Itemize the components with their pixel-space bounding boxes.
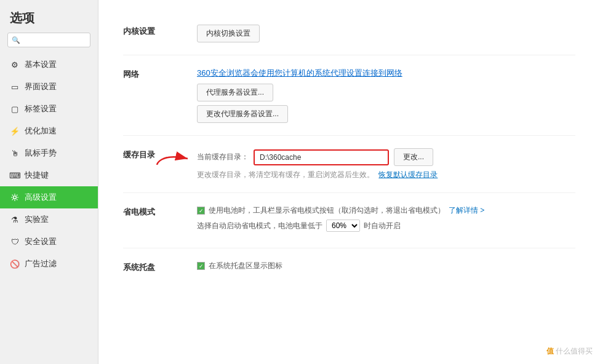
network-section: 网络 360安全浏览器会使用您计算机的系统代理设置连接到网络 代理服务器设置..… bbox=[123, 55, 575, 136]
sidebar-label-security: 安全设置 bbox=[25, 236, 57, 247]
system-tray-section: 系统托盘 ✓ 在系统托盘区显示图标 bbox=[123, 248, 575, 285]
sidebar-item-shortcuts[interactable]: ⌨ 快捷键 bbox=[0, 164, 98, 186]
tray-checkbox[interactable]: ✓ bbox=[197, 262, 205, 270]
gear-icon: ⚙ bbox=[10, 60, 20, 69]
power-checkbox[interactable]: ✓ bbox=[197, 207, 205, 215]
restore-cache-link[interactable]: 恢复默认缓存目录 bbox=[378, 170, 438, 179]
auto-suffix: 时自动开启 bbox=[364, 221, 401, 231]
keyboard-icon: ⌨ bbox=[10, 170, 20, 180]
sidebar-item-mouse[interactable]: 🖱 鼠标手势 bbox=[0, 142, 98, 164]
sidebar-item-interface[interactable]: ▭ 界面设置 bbox=[0, 76, 98, 98]
sidebar-label-mouse: 鼠标手势 bbox=[25, 148, 57, 159]
sidebar-item-tabs[interactable]: ▢ 标签设置 bbox=[0, 98, 98, 120]
sidebar-label-adfilter: 广告过滤 bbox=[25, 258, 57, 269]
tabs-icon: ▢ bbox=[10, 104, 20, 114]
power-auto-row: 选择自动启动省电模式，电池电量低于 60% 时自动开启 bbox=[197, 220, 575, 232]
cache-section: 缓存目录 当前缓存目录： 更改... 更改缓存目录，将清 bbox=[123, 136, 575, 193]
power-save-label: 省电模式 bbox=[123, 205, 185, 235]
sidebar-label-optimize: 优化加速 bbox=[25, 125, 57, 136]
proxy-settings-button[interactable]: 代理服务器设置... bbox=[197, 84, 273, 101]
system-tray-row: ✓ 在系统托盘区显示图标 bbox=[197, 261, 575, 271]
sidebar: 选项 🔍 ⚙ 基本设置 ▭ 界面设置 ▢ 标签设置 ⚡ 优化加速 🖱 鼠标手势 … bbox=[0, 0, 98, 364]
search-box[interactable]: 🔍 bbox=[7, 33, 90, 47]
block-icon: 🚫 bbox=[10, 259, 20, 269]
cache-content: 当前缓存目录： 更改... 更改缓存目录，将清空现有缓存，重启浏览器后生效。 恢… bbox=[197, 148, 575, 180]
main-content: 内核设置 内核切换设置 网络 360安全浏览器会使用您计算机的系统代理设置连接到… bbox=[98, 0, 600, 364]
auto-label: 选择自动启动省电模式，电池电量低于 bbox=[197, 221, 322, 231]
kernel-section: 内核设置 内核切换设置 bbox=[123, 12, 575, 55]
sidebar-label-basic: 基本设置 bbox=[25, 59, 57, 70]
shield-icon: 🛡 bbox=[10, 237, 20, 247]
sidebar-item-basic[interactable]: ⚙ 基本设置 bbox=[0, 53, 98, 76]
settings-advanced-icon bbox=[10, 192, 20, 202]
lightning-icon: ⚡ bbox=[10, 126, 20, 136]
system-tray-label: 系统托盘 bbox=[123, 261, 185, 273]
battery-threshold-select[interactable]: 60% bbox=[326, 220, 360, 232]
kernel-label: 内核设置 bbox=[123, 25, 185, 42]
network-label: 网络 bbox=[123, 68, 185, 123]
page-title: 选项 bbox=[0, 0, 98, 33]
sidebar-label-shortcuts: 快捷键 bbox=[25, 170, 49, 181]
cache-row: 当前缓存目录： 更改... bbox=[197, 148, 575, 166]
kernel-content: 内核切换设置 bbox=[197, 25, 575, 42]
sidebar-item-advanced[interactable]: 高级设置 bbox=[0, 186, 98, 208]
svg-point-0 bbox=[14, 196, 17, 199]
system-tray-content: ✓ 在系统托盘区显示图标 bbox=[197, 261, 575, 273]
cache-path-input[interactable] bbox=[254, 149, 389, 165]
lab-icon: ⚗ bbox=[10, 215, 20, 224]
sidebar-nav: ⚙ 基本设置 ▭ 界面设置 ▢ 标签设置 ⚡ 优化加速 🖱 鼠标手势 ⌨ 快捷键 bbox=[0, 53, 98, 364]
red-arrow-indicator bbox=[154, 149, 194, 170]
cache-hint: 更改缓存目录，将清空现有缓存，重启浏览器后生效。 恢复默认缓存目录 bbox=[197, 170, 575, 180]
search-icon: 🔍 bbox=[12, 36, 20, 44]
mouse-icon: 🖱 bbox=[10, 148, 20, 158]
window-icon: ▭ bbox=[10, 82, 20, 92]
power-save-content: ✓ 使用电池时，工具栏显示省电模式按钮（取消勾选时，将退出省电模式） 了解详情 … bbox=[197, 205, 575, 235]
tray-checkbox-label: 在系统托盘区显示图标 bbox=[209, 261, 282, 271]
power-checkbox-label: 使用电池时，工具栏显示省电模式按钮（取消勾选时，将退出省电模式） bbox=[209, 205, 445, 216]
sidebar-item-security[interactable]: 🛡 安全设置 bbox=[0, 231, 98, 253]
sidebar-item-adfilter[interactable]: 🚫 广告过滤 bbox=[0, 253, 98, 275]
power-save-section: 省电模式 ✓ 使用电池时，工具栏显示省电模式按钮（取消勾选时，将退出省电模式） … bbox=[123, 193, 575, 248]
sidebar-label-advanced: 高级设置 bbox=[25, 192, 57, 203]
current-cache-label: 当前缓存目录： bbox=[197, 152, 249, 162]
power-checkbox-row: ✓ 使用电池时，工具栏显示省电模式按钮（取消勾选时，将退出省电模式） 了解详情 … bbox=[197, 205, 575, 216]
sidebar-item-optimize[interactable]: ⚡ 优化加速 bbox=[0, 120, 98, 142]
kernel-switch-button[interactable]: 内核切换设置 bbox=[197, 25, 260, 42]
sidebar-label-interface: 界面设置 bbox=[25, 81, 57, 92]
change-proxy-button[interactable]: 更改代理服务器设置... bbox=[197, 105, 288, 123]
sidebar-item-lab[interactable]: ⚗ 实验室 bbox=[0, 208, 98, 231]
cache-change-button[interactable]: 更改... bbox=[394, 148, 433, 166]
sidebar-label-lab: 实验室 bbox=[25, 214, 49, 225]
sidebar-label-tabs: 标签设置 bbox=[25, 103, 57, 114]
learn-more-link[interactable]: 了解详情 > bbox=[449, 205, 484, 216]
network-description: 360安全浏览器会使用您计算机的系统代理设置连接到网络 bbox=[197, 68, 575, 79]
network-content: 360安全浏览器会使用您计算机的系统代理设置连接到网络 代理服务器设置... 更… bbox=[197, 68, 575, 123]
